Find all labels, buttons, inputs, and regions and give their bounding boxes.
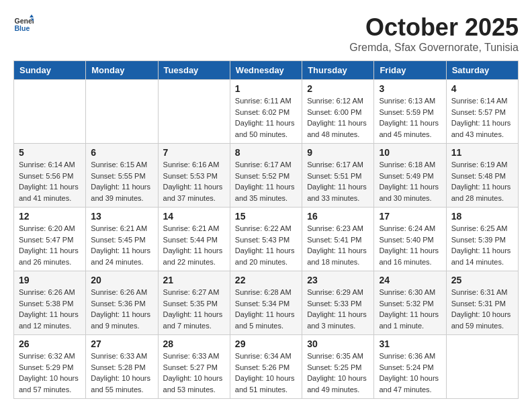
day-info: Sunrise: 6:13 AMSunset: 5:59 PMDaylight:… bbox=[379, 95, 441, 140]
day-number: 5 bbox=[19, 147, 81, 158]
day-info: Sunrise: 6:25 AMSunset: 5:39 PMDaylight:… bbox=[451, 223, 513, 267]
day-number: 22 bbox=[235, 275, 297, 285]
day-number: 1 bbox=[235, 83, 297, 94]
calendar-week-row: 5Sunrise: 6:14 AMSunset: 5:56 PMDaylight… bbox=[14, 144, 519, 208]
day-info: Sunrise: 6:20 AMSunset: 5:47 PMDaylight:… bbox=[19, 223, 81, 267]
day-number: 17 bbox=[379, 211, 441, 222]
page-header: General Blue October 2025 Gremda, Sfax G… bbox=[13, 13, 519, 54]
weekday-header: Friday bbox=[374, 61, 446, 80]
weekday-header: Monday bbox=[86, 61, 158, 80]
day-number: 16 bbox=[307, 211, 369, 222]
calendar-cell: 20Sunrise: 6:26 AMSunset: 5:36 PMDayligh… bbox=[86, 271, 158, 335]
calendar-cell bbox=[86, 80, 158, 144]
day-info: Sunrise: 6:17 AMSunset: 5:52 PMDaylight:… bbox=[235, 159, 297, 203]
day-number: 19 bbox=[19, 275, 81, 285]
day-number: 20 bbox=[91, 275, 152, 285]
day-number: 9 bbox=[307, 147, 369, 158]
calendar-cell: 13Sunrise: 6:21 AMSunset: 5:45 PMDayligh… bbox=[86, 208, 158, 271]
day-info: Sunrise: 6:19 AMSunset: 5:48 PMDaylight:… bbox=[451, 159, 513, 203]
day-info: Sunrise: 6:33 AMSunset: 5:27 PMDaylight:… bbox=[163, 351, 225, 395]
day-number: 6 bbox=[91, 147, 152, 158]
calendar-cell: 28Sunrise: 6:33 AMSunset: 5:27 PMDayligh… bbox=[158, 335, 230, 399]
day-info: Sunrise: 6:26 AMSunset: 5:36 PMDaylight:… bbox=[91, 287, 152, 331]
calendar-cell: 24Sunrise: 6:30 AMSunset: 5:32 PMDayligh… bbox=[374, 271, 446, 335]
calendar-cell: 22Sunrise: 6:28 AMSunset: 5:34 PMDayligh… bbox=[230, 271, 302, 335]
day-number: 31 bbox=[379, 338, 441, 349]
day-info: Sunrise: 6:22 AMSunset: 5:43 PMDaylight:… bbox=[235, 223, 297, 267]
calendar-cell: 29Sunrise: 6:34 AMSunset: 5:26 PMDayligh… bbox=[230, 335, 302, 399]
day-info: Sunrise: 6:12 AMSunset: 6:00 PMDaylight:… bbox=[307, 95, 369, 140]
day-info: Sunrise: 6:28 AMSunset: 5:34 PMDaylight:… bbox=[235, 287, 297, 331]
calendar-cell: 12Sunrise: 6:20 AMSunset: 5:47 PMDayligh… bbox=[14, 208, 86, 271]
calendar-cell: 8Sunrise: 6:17 AMSunset: 5:52 PMDaylight… bbox=[230, 144, 302, 208]
logo: General Blue bbox=[13, 13, 34, 34]
calendar-cell: 26Sunrise: 6:32 AMSunset: 5:29 PMDayligh… bbox=[14, 335, 86, 399]
calendar-cell: 31Sunrise: 6:36 AMSunset: 5:24 PMDayligh… bbox=[374, 335, 446, 399]
calendar-cell: 1Sunrise: 6:11 AMSunset: 6:02 PMDaylight… bbox=[230, 80, 302, 144]
day-number: 23 bbox=[307, 275, 369, 285]
day-info: Sunrise: 6:29 AMSunset: 5:33 PMDaylight:… bbox=[307, 287, 369, 331]
day-number: 14 bbox=[163, 211, 225, 222]
calendar-cell: 27Sunrise: 6:33 AMSunset: 5:28 PMDayligh… bbox=[86, 335, 158, 399]
weekday-header: Wednesday bbox=[230, 61, 302, 80]
day-number: 18 bbox=[451, 211, 513, 222]
day-info: Sunrise: 6:26 AMSunset: 5:38 PMDaylight:… bbox=[19, 287, 81, 331]
weekday-header: Tuesday bbox=[158, 61, 230, 80]
calendar-cell: 9Sunrise: 6:17 AMSunset: 5:51 PMDaylight… bbox=[302, 144, 374, 208]
day-info: Sunrise: 6:24 AMSunset: 5:40 PMDaylight:… bbox=[379, 223, 441, 267]
weekday-header: Sunday bbox=[14, 61, 86, 80]
calendar-cell: 21Sunrise: 6:27 AMSunset: 5:35 PMDayligh… bbox=[158, 271, 230, 335]
weekday-header: Thursday bbox=[302, 61, 374, 80]
month-title: October 2025 bbox=[349, 13, 519, 42]
day-info: Sunrise: 6:14 AMSunset: 5:57 PMDaylight:… bbox=[451, 95, 513, 140]
calendar-cell: 16Sunrise: 6:23 AMSunset: 5:41 PMDayligh… bbox=[302, 208, 374, 271]
day-number: 28 bbox=[163, 338, 225, 349]
day-number: 30 bbox=[307, 338, 369, 349]
calendar-cell: 30Sunrise: 6:35 AMSunset: 5:25 PMDayligh… bbox=[302, 335, 374, 399]
day-info: Sunrise: 6:34 AMSunset: 5:26 PMDaylight:… bbox=[235, 351, 297, 395]
day-info: Sunrise: 6:18 AMSunset: 5:49 PMDaylight:… bbox=[379, 159, 441, 203]
day-number: 21 bbox=[163, 275, 225, 285]
logo-icon: General Blue bbox=[13, 13, 34, 34]
calendar-cell: 25Sunrise: 6:31 AMSunset: 5:31 PMDayligh… bbox=[446, 271, 518, 335]
day-number: 15 bbox=[235, 211, 297, 222]
day-number: 11 bbox=[451, 147, 513, 158]
calendar-header-row: SundayMondayTuesdayWednesdayThursdayFrid… bbox=[14, 61, 519, 80]
day-number: 24 bbox=[379, 275, 441, 285]
calendar-cell: 4Sunrise: 6:14 AMSunset: 5:57 PMDaylight… bbox=[446, 80, 518, 144]
calendar-cell bbox=[158, 80, 230, 144]
svg-text:Blue: Blue bbox=[15, 24, 30, 32]
location-title: Gremda, Sfax Governorate, Tunisia bbox=[349, 42, 519, 54]
calendar-cell bbox=[446, 335, 518, 399]
day-info: Sunrise: 6:14 AMSunset: 5:56 PMDaylight:… bbox=[19, 159, 81, 203]
day-number: 13 bbox=[91, 211, 152, 222]
calendar-cell: 5Sunrise: 6:14 AMSunset: 5:56 PMDaylight… bbox=[14, 144, 86, 208]
day-number: 27 bbox=[91, 338, 152, 349]
day-info: Sunrise: 6:33 AMSunset: 5:28 PMDaylight:… bbox=[91, 351, 152, 395]
calendar-table: SundayMondayTuesdayWednesdayThursdayFrid… bbox=[13, 60, 519, 399]
calendar-cell: 2Sunrise: 6:12 AMSunset: 6:00 PMDaylight… bbox=[302, 80, 374, 144]
day-info: Sunrise: 6:36 AMSunset: 5:24 PMDaylight:… bbox=[379, 351, 441, 395]
svg-marker-2 bbox=[30, 15, 34, 18]
calendar-cell: 17Sunrise: 6:24 AMSunset: 5:40 PMDayligh… bbox=[374, 208, 446, 271]
day-info: Sunrise: 6:21 AMSunset: 5:45 PMDaylight:… bbox=[91, 223, 152, 267]
calendar-cell: 18Sunrise: 6:25 AMSunset: 5:39 PMDayligh… bbox=[446, 208, 518, 271]
day-number: 29 bbox=[235, 338, 297, 349]
day-info: Sunrise: 6:32 AMSunset: 5:29 PMDaylight:… bbox=[19, 351, 81, 395]
day-info: Sunrise: 6:31 AMSunset: 5:31 PMDaylight:… bbox=[451, 287, 513, 331]
day-number: 2 bbox=[307, 83, 369, 94]
day-info: Sunrise: 6:27 AMSunset: 5:35 PMDaylight:… bbox=[163, 287, 225, 331]
day-info: Sunrise: 6:15 AMSunset: 5:55 PMDaylight:… bbox=[91, 159, 152, 203]
calendar-cell bbox=[14, 80, 86, 144]
day-number: 3 bbox=[379, 83, 441, 94]
calendar-cell: 15Sunrise: 6:22 AMSunset: 5:43 PMDayligh… bbox=[230, 208, 302, 271]
calendar-week-row: 26Sunrise: 6:32 AMSunset: 5:29 PMDayligh… bbox=[14, 335, 519, 399]
calendar-cell: 10Sunrise: 6:18 AMSunset: 5:49 PMDayligh… bbox=[374, 144, 446, 208]
day-info: Sunrise: 6:30 AMSunset: 5:32 PMDaylight:… bbox=[379, 287, 441, 331]
day-info: Sunrise: 6:11 AMSunset: 6:02 PMDaylight:… bbox=[235, 95, 297, 140]
day-info: Sunrise: 6:16 AMSunset: 5:53 PMDaylight:… bbox=[163, 159, 225, 203]
day-number: 10 bbox=[379, 147, 441, 158]
day-number: 4 bbox=[451, 83, 513, 94]
day-info: Sunrise: 6:21 AMSunset: 5:44 PMDaylight:… bbox=[163, 223, 225, 267]
day-info: Sunrise: 6:23 AMSunset: 5:41 PMDaylight:… bbox=[307, 223, 369, 267]
